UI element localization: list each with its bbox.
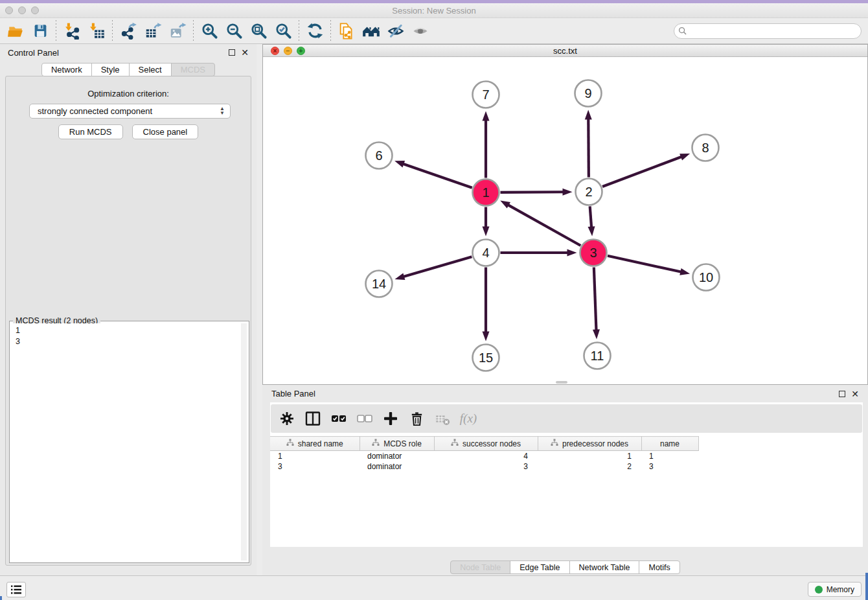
optimization-criterion-label: Optimization criterion:	[6, 89, 251, 98]
table-row[interactable]: 3dominator323	[270, 461, 698, 472]
function-builder-button[interactable]: f(x)	[460, 410, 477, 427]
deselect-all-columns-button[interactable]	[356, 410, 373, 427]
open-folder-icon	[7, 23, 24, 40]
result-scrollbar[interactable]	[241, 323, 247, 560]
table-cell[interactable]: dominator	[360, 461, 434, 472]
export-image-button[interactable]	[165, 20, 190, 42]
edge-1-6[interactable]	[402, 163, 472, 187]
network-canvas[interactable]: 7968124314101511	[263, 57, 867, 384]
mcds-result-text[interactable]: 13	[12, 323, 247, 560]
export-image-icon	[169, 22, 187, 40]
network-hscrollbar-thumb[interactable]	[556, 381, 567, 384]
search-input[interactable]	[674, 23, 862, 39]
edge-3-11[interactable]	[594, 267, 597, 331]
column-header-name[interactable]: name	[641, 437, 698, 451]
graph-node-4[interactable]: 4	[473, 240, 499, 266]
graph-node-1[interactable]: 1	[473, 179, 499, 206]
toolbar-separator	[56, 20, 56, 42]
table-cell[interactable]: 4	[434, 451, 538, 461]
zoom-fit-button[interactable]	[246, 20, 271, 42]
graph-node-15[interactable]: 15	[473, 345, 499, 371]
network-minimize-button[interactable]: −	[284, 47, 292, 55]
tab-edge-table[interactable]: Edge Table	[510, 560, 569, 574]
close-panel-icon[interactable]: ✕	[851, 391, 859, 397]
table-cell[interactable]: 3	[641, 461, 698, 472]
graph-node-7[interactable]: 7	[473, 82, 499, 108]
desktop-background-edge	[865, 573, 868, 600]
column-header-MCDS-role[interactable]: MCDS role	[360, 437, 434, 451]
network-maximize-button[interactable]: +	[297, 47, 305, 55]
float-panel-icon[interactable]	[839, 391, 845, 397]
edge-4-14[interactable]	[402, 257, 472, 277]
column-header-predecessor-nodes[interactable]: predecessor nodes	[538, 437, 641, 451]
graph-node-14[interactable]: 14	[366, 271, 393, 297]
copy-network-icon	[337, 22, 356, 40]
graph-node-11[interactable]: 11	[584, 343, 611, 369]
open-session-button[interactable]	[3, 20, 28, 42]
table-cell[interactable]: 3	[270, 461, 360, 472]
edge-2-9[interactable]	[588, 117, 589, 177]
app-titlebar: Session: New Session	[0, 3, 868, 18]
new-network-from-selection-button[interactable]	[334, 20, 359, 42]
delete-columns-button[interactable]	[408, 410, 425, 427]
edge-2-8[interactable]	[602, 156, 683, 187]
save-session-button[interactable]	[28, 20, 52, 42]
hide-selected-button[interactable]	[383, 20, 408, 42]
zoom-selected-button[interactable]	[271, 20, 295, 42]
table-cell[interactable]: 1	[538, 451, 641, 461]
edge-arrowhead	[680, 154, 690, 160]
column-header-label: shared name	[298, 439, 343, 448]
edge-1-2[interactable]	[500, 192, 564, 192]
close-panel-button[interactable]: Close panel	[132, 124, 199, 139]
export-network-button[interactable]	[116, 20, 141, 42]
refresh-layout-button[interactable]	[303, 20, 327, 42]
table-settings-button[interactable]	[279, 410, 295, 427]
float-panel-icon[interactable]	[229, 49, 235, 56]
tab-network[interactable]: Network	[41, 63, 92, 76]
zoom-in-button[interactable]	[197, 20, 222, 42]
eye-slash-icon	[387, 22, 405, 40]
add-column-button[interactable]	[382, 410, 399, 427]
export-table-button[interactable]	[141, 20, 165, 42]
edge-2-3[interactable]	[590, 206, 592, 228]
table-cell[interactable]: 2	[538, 461, 641, 472]
import-table-button[interactable]	[84, 20, 109, 42]
first-neighbors-button[interactable]	[359, 20, 383, 42]
node-label: 2	[585, 185, 592, 199]
tab-motifs[interactable]: Motifs	[639, 560, 680, 574]
show-all-button[interactable]	[408, 20, 433, 42]
edge-3-1[interactable]	[507, 204, 581, 246]
close-panel-icon[interactable]: ✕	[241, 49, 249, 56]
table-cell[interactable]: 3	[434, 461, 538, 472]
memory-button[interactable]: Memory	[808, 582, 862, 597]
node-label: 4	[482, 246, 489, 260]
tab-network-table[interactable]: Network Table	[569, 560, 640, 574]
optimization-criterion-select[interactable]: strongly connected component ▲▼	[29, 104, 231, 119]
graph-node-9[interactable]: 9	[575, 80, 602, 107]
graph-node-3[interactable]: 3	[580, 240, 607, 266]
graph-node-8[interactable]: 8	[692, 135, 719, 161]
graph-node-2[interactable]: 2	[576, 179, 602, 205]
zoom-out-button[interactable]	[222, 20, 246, 42]
graph-node-10[interactable]: 10	[693, 264, 720, 291]
edge-3-10[interactable]	[608, 256, 682, 272]
toggle-columns-button[interactable]	[304, 410, 321, 427]
tab-select[interactable]: Select	[129, 63, 172, 76]
table-cell[interactable]: dominator	[360, 451, 434, 461]
select-all-columns-button[interactable]	[330, 410, 347, 427]
list-icon	[10, 584, 22, 595]
task-history-button[interactable]	[6, 582, 26, 597]
tab-style[interactable]: Style	[91, 63, 130, 76]
tab-mcds[interactable]: MCDS	[171, 63, 215, 76]
table-row[interactable]: 1dominator411	[270, 451, 698, 461]
table-cell[interactable]: 1	[270, 451, 360, 461]
column-header-successor-nodes[interactable]: successor nodes	[434, 437, 538, 451]
run-mcds-button[interactable]: Run MCDS	[58, 124, 123, 139]
graph-node-6[interactable]: 6	[366, 143, 393, 169]
column-header-shared-name[interactable]: shared name	[270, 437, 360, 451]
table-cell[interactable]: 1	[641, 451, 698, 461]
tab-node-table[interactable]: Node Table	[450, 560, 510, 574]
import-network-button[interactable]	[60, 20, 84, 42]
network-close-button[interactable]: ×	[271, 47, 279, 55]
delete-table-button[interactable]	[434, 410, 451, 427]
